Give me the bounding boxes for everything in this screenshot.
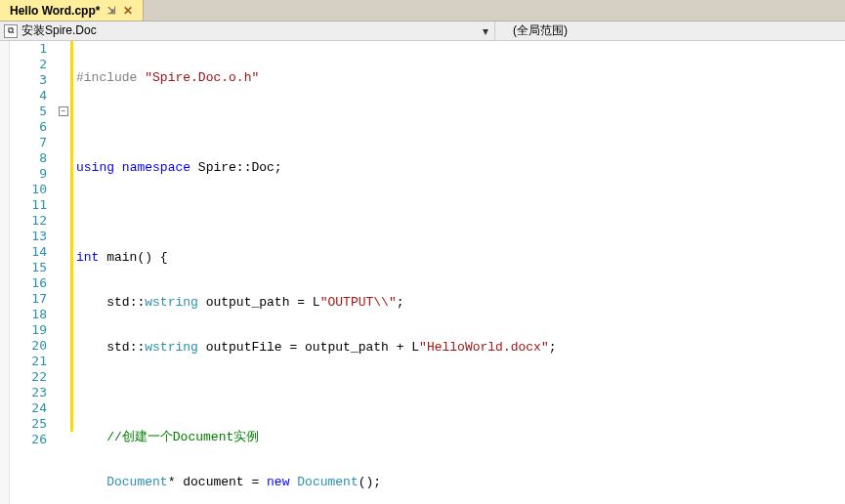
line-number: 12 xyxy=(10,213,57,229)
line-number-gutter: 1 2 3 4 5 6 7 8 9 10 11 12 13 14 15 16 1… xyxy=(10,41,57,504)
pin-icon[interactable]: ⇲ xyxy=(107,5,115,16)
chevron-down-icon: ▾ xyxy=(477,24,494,38)
line-number: 7 xyxy=(10,135,57,150)
line-number: 23 xyxy=(10,385,57,400)
line-number: 14 xyxy=(10,244,57,260)
nav-scope-dropdown[interactable]: ⧉ 安装Spire.Doc ▾ xyxy=(0,21,495,40)
line-number: 13 xyxy=(10,229,57,244)
code-line xyxy=(74,115,845,131)
scope-icon: ⧉ xyxy=(4,24,18,38)
line-number: 2 xyxy=(10,57,57,72)
fold-toggle[interactable]: − xyxy=(59,106,68,116)
nav-member-label: (全局范围) xyxy=(513,22,568,39)
line-number: 25 xyxy=(10,416,57,432)
indicator-margin xyxy=(0,41,10,504)
line-number: 8 xyxy=(10,150,57,166)
line-number: 19 xyxy=(10,322,57,338)
line-number: 4 xyxy=(10,88,57,104)
code-editor[interactable]: 1 2 3 4 5 6 7 8 9 10 11 12 13 14 15 16 1… xyxy=(0,41,845,504)
nav-member-dropdown[interactable]: (全局范围) xyxy=(495,21,845,40)
line-number: 18 xyxy=(10,307,57,322)
line-number: 16 xyxy=(10,275,57,291)
line-number: 24 xyxy=(10,400,57,416)
line-number: 11 xyxy=(10,197,57,213)
tab-title: Hello Word.cpp* xyxy=(10,4,100,18)
code-area[interactable]: #include "Spire.Doc.o.h" using namespace… xyxy=(74,41,845,504)
line-number: 17 xyxy=(10,291,57,307)
line-number: 15 xyxy=(10,260,57,275)
line-number: 10 xyxy=(10,182,57,197)
line-number: 22 xyxy=(10,369,57,385)
line-number: 5 xyxy=(10,104,57,119)
code-line: #include "Spire.Doc.o.h" xyxy=(74,70,845,86)
fold-margin: − xyxy=(57,41,70,504)
line-number: 20 xyxy=(10,338,57,354)
navigation-bar: ⧉ 安装Spire.Doc ▾ (全局范围) xyxy=(0,21,845,41)
code-line: std::wstring output_path = L"OUTPUT\\"; xyxy=(74,295,845,311)
line-number: 21 xyxy=(10,354,57,369)
code-line: //创建一个Document实例 xyxy=(74,430,845,445)
line-number: 3 xyxy=(10,72,57,88)
line-number: 6 xyxy=(10,119,57,135)
code-line xyxy=(74,205,845,221)
tab-bar: Hello Word.cpp* ⇲ ✕ xyxy=(0,0,845,21)
code-line: Document* document = new Document(); xyxy=(74,475,845,490)
code-line xyxy=(74,385,845,400)
close-icon[interactable]: ✕ xyxy=(123,4,133,18)
nav-scope-label: 安装Spire.Doc xyxy=(21,22,97,39)
file-tab[interactable]: Hello Word.cpp* ⇲ ✕ xyxy=(0,0,144,21)
code-line: std::wstring outputFile = output_path + … xyxy=(74,340,845,356)
code-line: using namespace Spire::Doc; xyxy=(74,160,845,176)
code-line: int main() { xyxy=(74,250,845,266)
line-number: 26 xyxy=(10,432,57,447)
line-number: 9 xyxy=(10,166,57,182)
line-number: 1 xyxy=(10,41,57,57)
